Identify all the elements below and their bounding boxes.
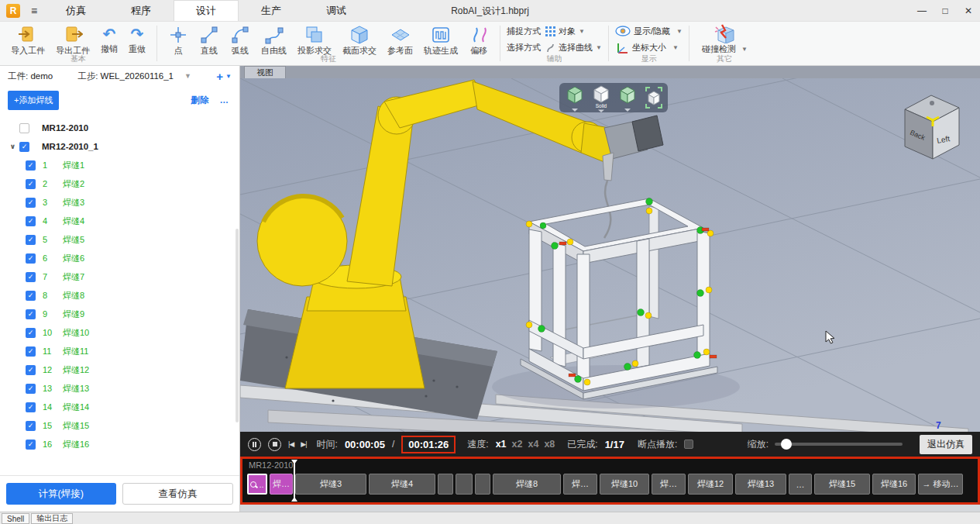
add-weldline-button[interactable]: +添加焊线: [8, 91, 59, 110]
step-back-button[interactable]: |◀: [288, 440, 294, 448]
seam-row[interactable]: 7焊缝7: [0, 267, 239, 286]
seam-row[interactable]: 9焊缝9: [0, 305, 239, 323]
tab-program[interactable]: 程序: [108, 0, 174, 21]
expand-chevron-icon[interactable]: ∨: [6, 143, 19, 150]
timeline-segment[interactable]: [475, 474, 490, 495]
timeline-segment[interactable]: 焊…: [652, 474, 686, 495]
zoom-slider-thumb[interactable]: [781, 439, 792, 450]
seam-row[interactable]: 13焊缝13: [0, 379, 239, 398]
timeline-playhead[interactable]: [291, 460, 298, 502]
timeline-segment[interactable]: 焊缝13: [735, 474, 786, 495]
seam-row[interactable]: 5焊缝5: [0, 230, 239, 249]
line-button[interactable]: 直线: [194, 24, 224, 55]
output-log-tab[interactable]: 输出日志: [31, 513, 73, 524]
minimize-button[interactable]: —: [910, 0, 934, 21]
timeline-segment[interactable]: 焊缝10: [600, 474, 649, 495]
timeline-segment[interactable]: 焊缝8: [493, 474, 561, 495]
timeline-segment[interactable]: [456, 474, 473, 495]
seam-checkbox[interactable]: [26, 365, 36, 375]
show-hide-dropdown[interactable]: 显示/隐藏 ▼: [615, 24, 683, 39]
timeline-segment[interactable]: 焊缝16: [872, 474, 916, 495]
timeline-segment[interactable]: 焊缝3: [295, 474, 366, 495]
timeline-segment[interactable]: 焊缝15: [814, 474, 870, 495]
seam-checkbox[interactable]: [26, 421, 36, 431]
import-workpiece-button[interactable]: 导入工件: [6, 24, 50, 55]
3d-scene[interactable]: Solid: [240, 78, 980, 432]
seam-row[interactable]: 6焊缝6: [0, 249, 239, 267]
tree-checkbox[interactable]: [19, 142, 29, 152]
seam-checkbox[interactable]: [26, 328, 36, 338]
seam-row[interactable]: 4焊缝4: [0, 212, 239, 230]
more-link[interactable]: …: [220, 95, 229, 105]
3d-canvas[interactable]: Solid: [240, 78, 980, 432]
timeline-segment[interactable]: ..: [247, 474, 267, 495]
close-button[interactable]: ✕: [957, 0, 980, 21]
step-chevron-icon[interactable]: ▼: [184, 72, 191, 80]
seam-checkbox[interactable]: [26, 216, 36, 226]
shell-tab[interactable]: Shell: [2, 513, 29, 524]
reference-plane-button[interactable]: 参考面: [383, 24, 418, 55]
zoom-slider[interactable]: [775, 443, 903, 446]
seam-row[interactable]: 3焊缝3: [0, 193, 239, 212]
seam-row[interactable]: 14焊缝14: [0, 398, 239, 416]
tree-checkbox[interactable]: [19, 123, 29, 133]
seam-checkbox[interactable]: [26, 440, 36, 450]
view-cube[interactable]: Back Left: [905, 95, 959, 159]
timeline-segment[interactable]: 焊…: [563, 474, 597, 495]
view-simulation-button[interactable]: 查看仿真: [122, 483, 234, 505]
timeline-segment[interactable]: 焊…: [270, 474, 293, 495]
hamburger-menu-icon[interactable]: ≡: [25, 0, 43, 21]
tree-row-mr12-2010-1[interactable]: ∨ MR12-2010_1: [0, 137, 239, 156]
freeline-button[interactable]: 自由线: [256, 24, 291, 55]
speed-option[interactable]: x1: [496, 439, 507, 450]
tab-production[interactable]: 生产: [239, 0, 304, 21]
trajectory-generate-button[interactable]: 轨迹生成: [419, 24, 462, 55]
seam-row[interactable]: 16焊缝16: [0, 435, 239, 453]
delete-link[interactable]: 删除: [191, 95, 209, 106]
speed-option[interactable]: x2: [512, 439, 523, 450]
seam-checkbox[interactable]: [26, 384, 36, 394]
seam-checkbox[interactable]: [26, 235, 36, 245]
add-step-button[interactable]: +▼: [216, 70, 232, 83]
stop-button[interactable]: [268, 438, 281, 451]
sidebar-scrollbar[interactable]: [236, 229, 239, 422]
seam-checkbox[interactable]: [26, 160, 36, 171]
seam-checkbox[interactable]: [26, 198, 36, 208]
seam-row[interactable]: 8焊缝8: [0, 286, 239, 305]
seam-checkbox[interactable]: [26, 272, 36, 282]
pause-button[interactable]: [248, 438, 261, 451]
seam-checkbox[interactable]: [26, 402, 36, 412]
tree-row-mr12-2010[interactable]: MR12-2010: [0, 119, 239, 137]
seam-row[interactable]: 15焊缝15: [0, 416, 239, 435]
exit-simulation-button[interactable]: 退出仿真: [920, 435, 972, 454]
export-workpiece-button[interactable]: 导出工件: [51, 24, 95, 55]
solid-cube-icon[interactable]: Solid: [594, 86, 608, 112]
tab-simulation[interactable]: 仿真: [43, 0, 108, 21]
redo-button[interactable]: ↷ 重做: [124, 24, 150, 55]
seam-row[interactable]: 1焊缝1: [0, 156, 239, 174]
seam-checkbox[interactable]: [26, 253, 36, 264]
step-forward-button[interactable]: ▶|: [301, 440, 306, 448]
timeline-segment[interactable]: …: [789, 474, 812, 495]
seam-checkbox[interactable]: [26, 291, 36, 301]
section-intersect-button[interactable]: 截面求交: [338, 24, 381, 55]
projection-intersect-button[interactable]: 投影求交: [293, 24, 336, 55]
seam-row[interactable]: 2焊缝2: [0, 174, 239, 193]
offset-button[interactable]: 偏移: [464, 24, 493, 55]
arc-button[interactable]: 弧线: [225, 24, 255, 55]
tab-debug[interactable]: 调试: [304, 0, 369, 21]
seam-row[interactable]: 10焊缝10: [0, 323, 239, 342]
breakpoint-checkbox[interactable]: [684, 440, 693, 449]
collision-detect-button[interactable]: 碰撞检测▼: [696, 24, 754, 55]
seam-row[interactable]: 11焊缝11: [0, 342, 239, 360]
timeline-segment[interactable]: [438, 474, 453, 495]
view-tab[interactable]: 视图: [244, 66, 286, 78]
timeline-segment[interactable]: 焊缝12: [688, 474, 733, 495]
timeline-segment[interactable]: 焊缝4: [369, 474, 435, 495]
speed-option[interactable]: x4: [528, 439, 538, 450]
seam-checkbox[interactable]: [26, 179, 36, 189]
tab-design[interactable]: 设计: [174, 0, 239, 21]
speed-option[interactable]: x8: [544, 439, 555, 450]
point-button[interactable]: 点: [163, 24, 193, 55]
snap-mode-dropdown[interactable]: 捕捉方式 对象 ▼: [507, 24, 602, 39]
